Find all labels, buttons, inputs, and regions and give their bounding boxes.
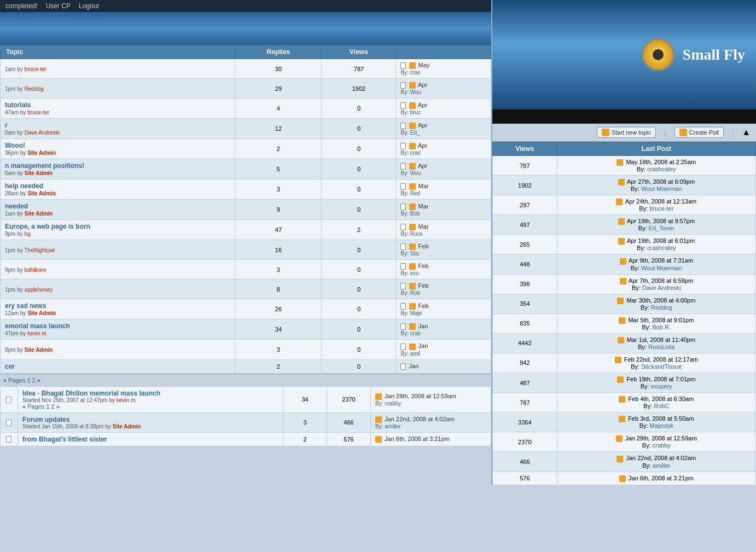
topic-link[interactable]: cer — [5, 363, 15, 370]
table-row: Wooo! 36pm by Site Admin 2 0 Apr By: cra… — [1, 139, 491, 159]
last-post-author[interactable]: amil — [410, 351, 420, 357]
last-post-author[interactable]: bruce-ter — [649, 205, 673, 212]
pages-info: « Pages 1 2 » — [3, 377, 40, 384]
author-link[interactable]: Reddog — [25, 86, 44, 92]
last-post-author[interactable]: bruc — [410, 109, 421, 115]
last-post-author[interactable]: crashcaley — [647, 245, 676, 251]
author-link[interactable]: applehoney — [25, 287, 53, 293]
topic-link[interactable]: tutorials — [5, 101, 31, 109]
last-post-author[interactable]: amiller — [385, 423, 400, 429]
replies-cell: 16 — [235, 240, 322, 260]
create-poll-button[interactable]: Create Poll — [674, 127, 724, 138]
topic-link[interactable]: n management positions! — [5, 162, 84, 170]
author-link[interactable]: Site Admin — [27, 190, 56, 196]
expand-icon[interactable]: ▲ — [742, 127, 751, 137]
views-cell: 787 — [493, 393, 557, 412]
last-post-author[interactable]: Wou — [410, 89, 421, 95]
last-post-author[interactable]: exupery — [651, 383, 672, 390]
site-title: Small Fly — [683, 46, 745, 63]
last-post-author[interactable]: crashcaley — [647, 166, 676, 172]
last-post-author[interactable]: crab — [410, 330, 421, 336]
replies-cell: 2 — [283, 432, 327, 446]
started-by-link[interactable]: Site Admin — [113, 423, 141, 429]
views-cell: 835 — [493, 313, 557, 333]
author-link[interactable]: Site Admin — [25, 347, 53, 353]
author-link[interactable]: bg — [25, 231, 31, 237]
last-post-author[interactable]: amiller — [653, 462, 670, 469]
replies-cell: 2 — [235, 359, 322, 373]
last-post-author[interactable]: Red — [410, 190, 420, 196]
last-post-author[interactable]: Wou — [410, 170, 421, 176]
last-post-author[interactable]: Ed_ — [410, 130, 420, 136]
topic-link[interactable]: from Bhagat's littlest sister — [22, 435, 107, 443]
author-link[interactable]: Dave Andreski — [25, 130, 60, 136]
last-post-author[interactable]: Bob R. — [652, 324, 671, 330]
logout-link[interactable]: Logout — [79, 2, 99, 10]
post-icon — [617, 298, 624, 304]
author-link[interactable]: bdhillonn — [25, 267, 46, 273]
last-post-cell: Feb 3rd, 2008 at 5:50am By: Majestyk — [557, 412, 755, 432]
started-by-link[interactable]: kevin m — [117, 397, 135, 403]
right-table-row: 398 Apr 7th, 2008 at 6:58pm By: Dave And… — [493, 274, 756, 294]
views-cell: 0 — [322, 359, 396, 373]
topic-link[interactable]: Wooo! — [5, 142, 25, 149]
topic-cell: n management positions! 6am by Site Admi… — [1, 159, 235, 179]
author-link[interactable]: Site Admin — [27, 150, 56, 156]
last-post-author[interactable]: Wout Moerman — [641, 185, 682, 192]
last-post-cell: Feb 22nd, 2008 at 12:17am By: StickandTi… — [557, 353, 755, 373]
last-post-author[interactable]: Rob — [410, 290, 420, 296]
last-post-author[interactable]: StickandTissue — [641, 363, 682, 370]
topic-cell: r 0am by Dave Andreski — [1, 119, 235, 139]
author-link[interactable]: bruce-ter — [27, 109, 49, 115]
user-cp-link[interactable]: User CP — [46, 2, 71, 10]
topic-link[interactable]: Europe, a web page is born — [5, 223, 90, 230]
topic-link[interactable]: Idea - Bhagat Dhillon memorial mass laun… — [22, 390, 160, 397]
table-row: Europe, a web page is born 9pm by bg 47 … — [1, 220, 491, 240]
start-new-topic-button[interactable]: Start new topic — [597, 127, 656, 138]
author-link[interactable]: Site Admin — [27, 310, 56, 316]
author-link[interactable]: TheNightowl — [24, 247, 55, 253]
topic-link[interactable]: ery sad news — [5, 302, 46, 310]
last-post-author[interactable]: Reddog — [651, 304, 672, 311]
last-post-author[interactable]: Ed_Toner — [649, 225, 674, 231]
doc-icon — [400, 363, 406, 370]
last-post-cell: Apr By: cras — [396, 139, 491, 159]
last-post-author[interactable]: Russ — [410, 231, 423, 237]
topic-link[interactable]: Forum updates — [22, 416, 70, 423]
right-table-row: 466 Jan 22nd, 2008 at 4:02am By: amiller — [493, 452, 756, 472]
last-post-cell: Apr By: Wou — [396, 79, 491, 98]
post-icon — [409, 163, 416, 170]
last-post-author[interactable]: exu — [410, 270, 419, 276]
topic-link[interactable]: r — [5, 121, 8, 129]
last-post-author[interactable]: crabby — [653, 442, 671, 449]
last-post-author[interactable]: cras — [410, 150, 421, 156]
last-post-author[interactable]: Wout Moerman — [641, 265, 682, 271]
topic-link[interactable]: help needed — [5, 182, 43, 190]
topic-link[interactable]: needed — [5, 202, 28, 210]
author-link[interactable]: Site Admin — [25, 211, 53, 217]
views-cell: 297 — [493, 195, 557, 215]
last-post-author[interactable]: Stic — [410, 251, 420, 257]
table-row: needed 1am by Site Admin 9 0 Mar By: Bob — [1, 200, 491, 220]
table-row: ery sad news 12am by Site Admin 26 0 Feb… — [1, 299, 491, 319]
replies-cell: 9 — [235, 200, 322, 220]
last-post-author[interactable]: crabby — [385, 400, 401, 406]
doc-icon — [400, 224, 406, 230]
last-post-author[interactable]: Bob — [410, 211, 420, 217]
views-cell: 0 — [322, 240, 396, 260]
last-post-author[interactable]: Majestyk — [650, 422, 673, 429]
last-post-author[interactable]: Dave Andreski — [642, 284, 681, 291]
right-table-row: 297 Apr 24th, 2008 at 12:13am By: bruce-… — [493, 195, 756, 215]
views-cell: 4442 — [493, 333, 557, 353]
author-link[interactable]: kevin m — [27, 330, 46, 336]
last-post-author[interactable]: cras — [410, 69, 421, 75]
topic-link[interactable]: emorial mass launch — [5, 322, 70, 330]
author-link[interactable]: bruce-ter — [25, 66, 46, 72]
last-post-author[interactable]: RussLista — [648, 344, 674, 350]
last-post-author[interactable]: Maje — [410, 310, 422, 316]
author-link[interactable]: Site Admin — [25, 170, 53, 176]
doc-icon — [400, 163, 406, 170]
last-post-author[interactable]: RobC — [654, 403, 669, 409]
views-cell: 0 — [322, 280, 396, 299]
views-cell: 787 — [493, 156, 557, 176]
